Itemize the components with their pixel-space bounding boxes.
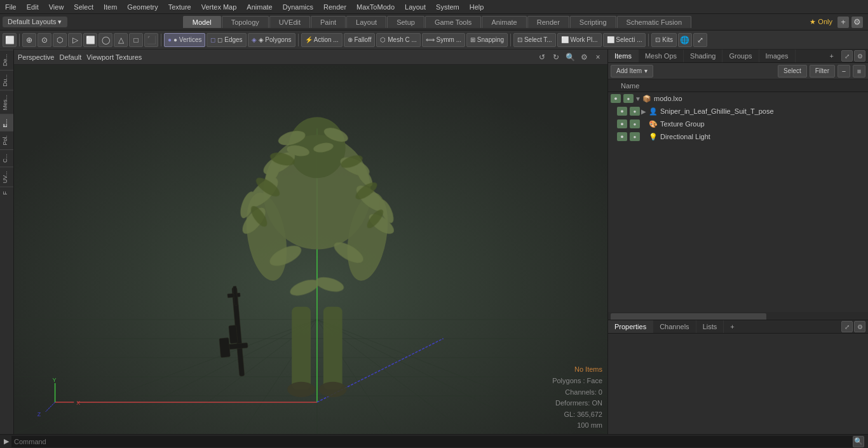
vp-rotate-left[interactable]: ↺	[536, 51, 548, 63]
item-visibility-toggle[interactable]: ●	[611, 94, 621, 103]
tab-schematic-fusion[interactable]: Schematic Fusion	[617, 16, 691, 28]
tab-uvedit[interactable]: UVEdit	[269, 16, 310, 28]
items-list[interactable]: ● ● ▼ 📦 modo.lxo ● ● ▶ 👤 Sniper_	[608, 92, 868, 312]
action-button[interactable]: ⚡ Action ...	[301, 33, 342, 47]
layout-settings-button[interactable]: ⚙	[851, 17, 863, 28]
sidebar-tab-6[interactable]: UV...	[0, 166, 13, 187]
item-visibility-toggle[interactable]: ●	[617, 132, 627, 141]
tool-8[interactable]: □	[129, 33, 143, 47]
menu-view[interactable]: View	[44, 2, 69, 12]
menu-system[interactable]: System	[431, 2, 465, 12]
sidebar-tab-7[interactable]: F	[0, 187, 13, 199]
falloff-button[interactable]: ⊕ Falloff	[344, 33, 376, 47]
items-minus-button[interactable]: −	[837, 65, 850, 78]
mesh-button[interactable]: ⬡ Mesh C ...	[376, 33, 420, 47]
tool-1[interactable]: ⊕	[22, 33, 36, 47]
menu-item[interactable]: Item	[98, 2, 122, 12]
vertices-button[interactable]: ● ● Vertices	[164, 33, 205, 47]
star-only-label[interactable]: ★ Only	[810, 18, 832, 26]
item-vis2[interactable]: ●	[630, 132, 640, 141]
command-input[interactable]	[11, 436, 853, 447]
tab-model[interactable]: Model	[183, 16, 221, 28]
menu-edit[interactable]: Edit	[22, 2, 44, 12]
tab-properties[interactable]: Properties	[608, 320, 653, 333]
tab-items[interactable]: Items	[608, 50, 639, 62]
tool-5[interactable]: ⬜	[83, 33, 97, 47]
list-item[interactable]: ● ● 💡 Directional Light	[608, 130, 868, 143]
filter-button[interactable]: Filter	[810, 65, 835, 78]
tool-4[interactable]: ▷	[68, 33, 82, 47]
tool-9[interactable]: ⬛	[144, 33, 158, 47]
item-expand-arrow[interactable]: ▶	[641, 108, 649, 115]
tab-render[interactable]: Render	[527, 16, 569, 28]
sidebar-tab-4[interactable]: Pol.	[0, 131, 13, 149]
sidebar-tab-5[interactable]: C...	[0, 149, 13, 166]
viewport[interactable]: Perspective Default Viewport Textures ↺ …	[14, 50, 607, 434]
item-visibility-toggle[interactable]: ●	[617, 107, 627, 116]
vp-zoom[interactable]: 🔍	[564, 51, 576, 63]
select-tool-button[interactable]: ⊡ Select T...	[513, 33, 556, 47]
menu-select[interactable]: Select	[69, 2, 98, 12]
add-layout-button[interactable]: +	[837, 17, 849, 28]
menu-texture[interactable]: Texture	[163, 2, 196, 12]
props-expand-button[interactable]: ⤢	[841, 321, 853, 332]
sidebar-tab-3[interactable]: E...	[0, 114, 13, 132]
tool-3[interactable]: ⬡	[53, 33, 67, 47]
menu-dynamics[interactable]: Dynamics	[278, 2, 318, 12]
item-visibility-toggle[interactable]: ●	[617, 119, 627, 128]
new-button[interactable]: ⬜	[3, 33, 17, 47]
vp-settings[interactable]: ⚙	[578, 51, 590, 63]
tab-mesh-ops[interactable]: Mesh Ops	[639, 50, 684, 62]
tab-animate[interactable]: Animate	[482, 16, 526, 28]
menu-layout[interactable]: Layout	[400, 2, 431, 12]
tab-topology[interactable]: Topology	[222, 16, 269, 28]
sidebar-tab-2[interactable]: Mes...	[0, 90, 13, 114]
tab-shading[interactable]: Shading	[684, 50, 722, 62]
tab-lists[interactable]: Lists	[696, 320, 724, 333]
menu-vertex-map[interactable]: Vertex Map	[196, 2, 242, 12]
tool-2[interactable]: ⊙	[37, 33, 51, 47]
edges-button[interactable]: ◻ ◻ Edges	[207, 33, 246, 47]
item-vis2[interactable]: ●	[630, 119, 640, 128]
polygons-button[interactable]: ◈ ◈ Polygons	[248, 33, 295, 47]
item-vis2[interactable]: ●	[623, 94, 634, 103]
props-settings-button[interactable]: ⚙	[854, 321, 865, 332]
globe-button[interactable]: 🌐	[678, 33, 692, 47]
items-settings-button[interactable]: ⚙	[854, 50, 865, 62]
selection-button[interactable]: ⬜ Selecti ...	[603, 33, 646, 47]
items-expand-button[interactable]: ⤢	[841, 50, 853, 62]
tab-paint[interactable]: Paint	[311, 16, 346, 28]
snapping-button[interactable]: ⊞ Snapping	[466, 33, 508, 47]
tab-channels[interactable]: Channels	[653, 320, 696, 333]
tool-6[interactable]: ◯	[98, 33, 112, 47]
tab-groups[interactable]: Groups	[722, 50, 759, 62]
add-panel-tab-button[interactable]: +	[825, 50, 839, 62]
menu-maxtomodo[interactable]: MaxToModo	[351, 2, 400, 12]
menu-help[interactable]: Help	[465, 2, 489, 12]
default-layouts-dropdown[interactable]: Default Layouts ▾	[3, 17, 67, 27]
list-item[interactable]: ● ● 🎨 Texture Group	[608, 118, 868, 130]
kits-button[interactable]: ⊡ Kits	[651, 33, 676, 47]
symm-button[interactable]: ⟺ Symm ...	[422, 33, 465, 47]
item-vis2[interactable]: ●	[630, 107, 640, 116]
item-expand-arrow[interactable]: ▼	[635, 95, 642, 102]
expand-button[interactable]: ⤢	[693, 33, 707, 47]
add-item-button[interactable]: Add Item ▾	[611, 65, 653, 78]
viewport-canvas[interactable]: X Y Z No Items Polygons : Face Channels:…	[14, 65, 607, 434]
items-scrollbar[interactable]	[608, 312, 868, 320]
select-button[interactable]: Select	[778, 65, 807, 78]
menu-animate[interactable]: Animate	[241, 2, 277, 12]
tool-7[interactable]: △	[114, 33, 128, 47]
vp-maximize[interactable]: ×	[592, 51, 604, 63]
tab-game-tools[interactable]: Game Tools	[425, 16, 482, 28]
sidebar-tab-1[interactable]: Du...	[0, 70, 13, 90]
list-item[interactable]: ● ● ▼ 📦 modo.lxo	[608, 92, 868, 105]
work-plane-button[interactable]: ⬜ Work Pl...	[557, 33, 602, 47]
menu-geometry[interactable]: Geometry	[122, 2, 163, 12]
items-settings2-button[interactable]: ≡	[853, 65, 865, 78]
vp-rotate-right[interactable]: ↻	[550, 51, 562, 63]
tab-scripting[interactable]: Scripting	[570, 16, 616, 28]
menu-file[interactable]: File	[0, 2, 22, 12]
tab-layout[interactable]: Layout	[346, 16, 386, 28]
sidebar-tab-0[interactable]: De...	[0, 50, 13, 70]
